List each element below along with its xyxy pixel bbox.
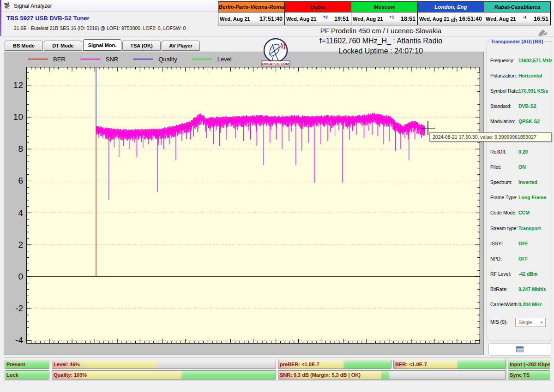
legend-line-swatch [133,59,153,59]
tab-av-player[interactable]: AV Player [162,41,200,51]
clock-time-row: Wed, Aug 21+118:51 [351,12,418,25]
site-description: PF Prodelin 450 cm / Lucenec-Slovakia [272,27,489,35]
legend-label: BER [53,56,66,63]
snr-chart-plot[interactable] [26,67,480,344]
transponder-row-value: Horizontal [518,73,542,78]
services-button[interactable] [488,343,551,356]
tab-dt-mode[interactable]: DT Mode [44,41,82,51]
transponder-row-value: OFF [518,256,528,261]
antenna-mini-icon [536,28,548,37]
signal-analyzer-window: Signal Analyzer TBS 5927 USB DVB-S2 Tune… [0,0,554,392]
clock-offset-stack: -1DST [451,17,458,22]
mis-select[interactable]: Single ▼ [515,318,546,327]
transponder-row-label: ISSYI [490,241,518,246]
locked-uptime-line: Locked Uptime : 24:07:10 [272,47,489,55]
y-axis-label: 8 [6,144,23,154]
transponder-row: NPD:OFF [490,251,551,266]
transponder-row-value: QPSK-S2 [518,119,540,124]
mode-tabs: BS ModeDT ModeSignal Mon.TSA (OK)AV Play… [5,39,201,51]
transponder-row-label: Code Mode: [490,210,518,215]
chevron-down-icon: ▼ [540,321,543,325]
transponder-row-label: Spectrum: [490,179,518,185]
transponder-row: Frequency:11602,571 MHz [490,53,551,68]
tuner-title: TBS 5927 USB DVB-S2 Tuner [6,15,90,22]
indicator-bar-label: Input (~282 Kbps) [510,360,550,368]
logo-text: DXSATCS.COM [262,62,289,66]
legend-item-snr: SNR [80,56,118,63]
transponder-row-label: Polarization: [490,73,518,78]
transponder-row-label: NPD: [490,256,518,261]
statusbar [0,382,554,392]
y-axis-label: 12 [6,80,23,90]
transponder-row-value: 170,991 KS/s [518,88,548,94]
legend-item-level: Level [192,56,232,63]
transponder-row-value: 11602,571 MHz [518,58,553,63]
indicator-bar-label: Sync TS [510,371,530,379]
clock-city-label: Moscow [351,1,418,12]
transponder-row-value: -42 dBm [518,271,537,277]
transponder-row-value: CCM [518,210,530,215]
indicator-bar-syncts: Sync TS [508,370,550,380]
chart-legend: BERSNRQualityLevel [28,53,247,65]
mis-selected-value: Single [518,320,532,325]
clock-date: Wed, Aug 21 [486,16,516,22]
clock-london-eng: London, EngWed, Aug 21-1DST16:51:40 [417,1,484,25]
clock-offset-note: DST [451,19,458,22]
tab-tsa-ok-[interactable]: TSA (OK) [122,41,161,51]
transponder-row: CarrierWidth:0,204 MHz [490,297,551,312]
indicator-bar-label: Level: 46% [54,360,80,368]
clock-time-row: Wed, Aug 21-1DST16:51:40 [417,12,484,25]
transponder-row-value: 0.20 [518,149,528,154]
indicator-bar-label: preBER: <1.0E-7 [280,360,319,368]
clock-dubai: DubaiWed, Aug 21+219:51 [284,1,351,25]
legend-label: Level [217,56,232,63]
transponder-row-label: RF Level: [490,271,518,277]
clock-date: Wed, Aug 21 [286,16,316,22]
y-axis-label: 10 [6,112,23,122]
transponder-row: Modulation:QPSK-S2 [490,113,551,129]
window-edge [0,0,1,36]
world-clocks: Berlin-Paris-Vienna-RomaWed, Aug 2117:51… [218,1,550,25]
transponder-row: RF Level:-42 dBm [490,266,551,281]
indicator-bar-level: Level: 46% [52,360,276,369]
y-axis-label: -4 [6,335,23,345]
tab-signal-mon-[interactable]: Signal Mon. [83,39,121,51]
clock-time-value: 16:51 [534,16,548,22]
clock-city-label: Dubai [284,1,351,12]
tuner-subtitle: 21.6E - Eutelsat 21B SES 16 (ID: 0216) @… [14,25,186,31]
legend-line-swatch [80,59,101,59]
clock-time-row: Wed, Aug 2117:51:40 [218,12,285,25]
clock-date: Wed, Aug 21 [220,16,250,22]
transponder-row-value: Transport [518,226,541,231]
transponder-row-value: DVB-S2 [518,103,536,109]
clock-utc-offset: -1DST [449,13,459,20]
indicator-bar-ber: BER: <1.0E-7 [393,360,506,369]
legend-line-swatch [192,59,212,59]
tab-bs-mode[interactable]: BS Mode [5,41,43,51]
legend-item-ber: BER [28,56,66,63]
y-axis-label: 2 [6,240,23,250]
indicator-bar-label: SNR: 9,3 dB (Margin: 5,3 dB | OK) [280,371,361,379]
clock-city-label: London, Eng [417,1,484,12]
clock-time-value: 17:51:40 [259,16,283,22]
transponder-row: Stream type:Transport [490,220,551,236]
indicator-bar-present: Present [5,360,49,369]
header-divider [0,36,554,36]
transponder-row: ISSYIOFF [490,236,551,251]
transponder-rows: Frequency:11602,571 MHzPolarization:Hori… [490,53,551,312]
indicator-bar-lock: Lock [5,370,49,380]
indicator-bar-label: Lock [6,371,18,379]
indicator-bar-label: Present [6,360,25,368]
frequency-service-line: f=11602,760 MHz_H_ : Atlantis Radio [272,37,489,45]
transponder-row: Symbol Rate:170,991 KS/s [490,83,551,98]
dxsatcs-logo: DXSATCS.COM [259,38,292,66]
transponder-title: Transponder (AU) [BS] [489,39,544,44]
clock-utc-offset: -1 [516,15,534,19]
transponder-row-value: OFF [518,241,528,246]
transponder-row-label: Standard: [490,103,518,109]
indicator-bar-label: BER: <1.0E-7 [395,360,427,368]
indicator-bar-fill [52,360,276,368]
window-title: Signal Analyzer [14,3,52,9]
transponder-row-label: Modulation: [490,119,518,124]
indicator-bar-preber: preBER: <1.0E-7 [278,360,391,369]
